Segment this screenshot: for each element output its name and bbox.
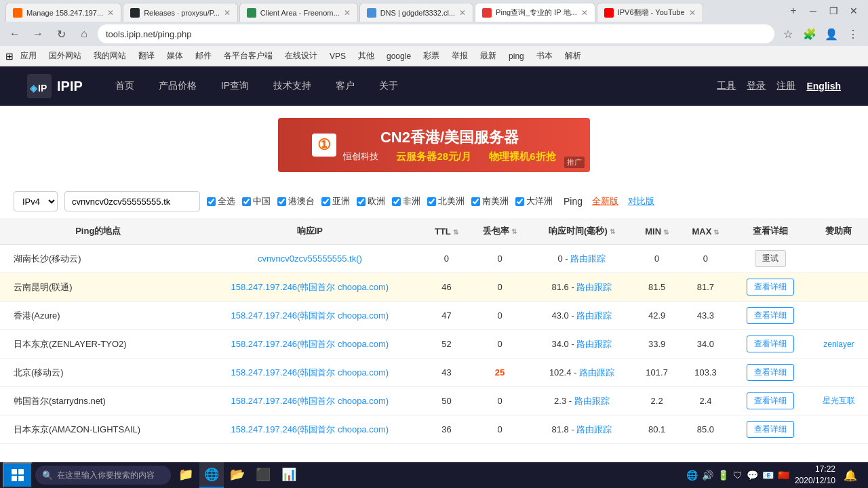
sponsor-link-5[interactable]: 星光互联 xyxy=(823,396,855,405)
nav-right-link-0[interactable]: 工具 xyxy=(717,80,736,92)
bookmark-star-icon[interactable]: ☆ xyxy=(778,24,797,43)
tab-close-4[interactable]: ✕ xyxy=(459,8,466,18)
checkbox-input-0[interactable] xyxy=(207,197,216,206)
checkbox-0[interactable]: 全选 xyxy=(207,195,235,207)
nav-english-link[interactable]: English xyxy=(806,81,841,92)
ip-link-2[interactable]: 158.247.197.246(韩国首尔 choopa.com) xyxy=(231,310,389,321)
address-input[interactable] xyxy=(98,24,774,43)
refresh-button[interactable]: ↻ xyxy=(52,24,71,43)
nav-right-link-2[interactable]: 注册 xyxy=(776,80,795,92)
bookmark-item-6[interactable]: 各平台客户端 xyxy=(218,49,278,63)
site-logo[interactable]: ◈ IP IPIP xyxy=(27,74,83,98)
taskbar-clock[interactable]: 17:22 2020/12/10 xyxy=(795,464,835,487)
table-header-4[interactable]: 响应时间(毫秒)⇅ xyxy=(530,218,633,245)
back-button[interactable]: ← xyxy=(5,24,24,43)
ping-button[interactable]: Ping xyxy=(564,196,583,207)
tab-close-6[interactable]: ✕ xyxy=(689,8,696,18)
browser-tab-4[interactable]: DNS | gdgdef3332.cl... ✕ xyxy=(359,3,473,22)
new-tab-button[interactable]: + xyxy=(785,3,802,19)
ip-link-5[interactable]: 158.247.197.246(韩国首尔 choopa.com) xyxy=(231,396,389,406)
checkbox-5[interactable]: 非洲 xyxy=(392,195,420,207)
bookmark-item-5[interactable]: 邮件 xyxy=(190,49,217,63)
checkbox-8[interactable]: 大洋洲 xyxy=(515,195,553,207)
checkbox-input-7[interactable] xyxy=(471,197,480,206)
start-button[interactable] xyxy=(3,462,33,488)
bookmark-item-9[interactable]: 其他 xyxy=(353,49,380,63)
extensions-icon[interactable]: 🧩 xyxy=(800,24,819,43)
checkbox-input-6[interactable] xyxy=(427,197,436,206)
taskbar-app-sheets[interactable]: 📊 xyxy=(277,462,301,488)
taskbar-app-files[interactable]: 📁 xyxy=(174,462,198,488)
taskbar-app-chrome[interactable]: 🌐 xyxy=(199,462,224,488)
chat-icon[interactable]: 💬 xyxy=(747,470,758,481)
route-link-5[interactable]: 路由跟踪 xyxy=(574,396,610,406)
taskbar-app-terminal[interactable]: ⬛ xyxy=(251,462,275,488)
route-link-3[interactable]: 路由跟踪 xyxy=(576,339,612,349)
taskbar-app-explorer[interactable]: 📂 xyxy=(225,462,250,488)
checkbox-3[interactable]: 亚洲 xyxy=(321,195,350,207)
notification-button[interactable]: 🔔 xyxy=(841,466,860,485)
battery-icon[interactable]: 🔋 xyxy=(717,470,729,481)
table-header-6[interactable]: MAX⇅ xyxy=(680,218,731,245)
checkbox-2[interactable]: 港澳台 xyxy=(277,195,315,207)
detail-button-3[interactable]: 查看详细 xyxy=(747,336,794,352)
checkbox-input-5[interactable] xyxy=(392,197,401,206)
tab-close-2[interactable]: ✕ xyxy=(224,8,231,18)
checkbox-input-1[interactable] xyxy=(242,197,251,206)
detail-button-6[interactable]: 查看详细 xyxy=(747,421,794,438)
restore-button[interactable]: ❐ xyxy=(825,4,842,18)
detail-button-5[interactable]: 查看详细 xyxy=(747,392,794,409)
checkbox-1[interactable]: 中国 xyxy=(242,195,271,207)
home-button[interactable]: ⌂ xyxy=(75,24,94,43)
detail-button-1[interactable]: 查看详细 xyxy=(747,279,794,296)
bookmark-item-16[interactable]: 解析 xyxy=(559,49,587,63)
ip-version-select[interactable]: IPv4IPv6 xyxy=(14,191,58,211)
banner[interactable]: ① CN2香港/美国服务器 恒创科技 云服务器28元/月 物理裸机6折抢 推广 xyxy=(278,118,590,172)
settings-icon[interactable]: ⋮ xyxy=(844,24,863,43)
nav-link-4[interactable]: 客户 xyxy=(323,66,367,106)
taskbar-search[interactable]: 🔍 在这里输入你要搜索的内容 xyxy=(35,466,171,485)
detail-button-4[interactable]: 查看详细 xyxy=(747,364,794,381)
nav-link-2[interactable]: IP查询 xyxy=(209,66,261,106)
sponsor-link-3[interactable]: zenlayer xyxy=(823,340,854,349)
ip-link-0[interactable]: cvnvncv0zcv55555555.tk() xyxy=(258,253,362,264)
checkbox-input-4[interactable] xyxy=(357,197,366,206)
route-link-4[interactable]: 路由跟踪 xyxy=(579,367,614,378)
bookmark-item-0[interactable]: 应用 xyxy=(15,49,42,63)
bookmark-item-13[interactable]: 最新 xyxy=(475,49,502,63)
checkbox-input-8[interactable] xyxy=(515,197,524,206)
nav-link-0[interactable]: 首页 xyxy=(103,66,146,106)
detail-button-2[interactable]: 查看详细 xyxy=(747,307,794,324)
bookmark-item-1[interactable]: 国外网站 xyxy=(43,49,87,63)
table-header-2[interactable]: TTL⇅ xyxy=(423,218,469,245)
table-header-5[interactable]: MIN⇅ xyxy=(633,218,679,245)
network-icon[interactable]: 🌐 xyxy=(686,470,698,481)
bookmark-item-8[interactable]: VPS xyxy=(324,50,351,62)
bookmark-item-11[interactable]: 彩票 xyxy=(418,49,445,63)
profile-icon[interactable]: 👤 xyxy=(822,24,841,43)
bookmark-item-10[interactable]: google xyxy=(381,50,416,62)
tab-close-1[interactable]: ✕ xyxy=(107,8,114,18)
ip-link-1[interactable]: 158.247.197.246(韩国首尔 choopa.com) xyxy=(231,282,389,292)
table-header-3[interactable]: 丢包率⇅ xyxy=(470,218,530,245)
nav-right-link-1[interactable]: 登录 xyxy=(747,80,766,92)
bookmark-item-15[interactable]: 书本 xyxy=(531,49,558,63)
ip-link-6[interactable]: 158.247.197.246(韩国首尔 choopa.com) xyxy=(231,424,389,434)
forward-button[interactable]: → xyxy=(28,24,47,43)
browser-tab-3[interactable]: Client Area - Freenom... ✕ xyxy=(239,3,358,22)
ip-link-4[interactable]: 158.247.197.246(韩国首尔 choopa.com) xyxy=(231,367,389,378)
new-version-link[interactable]: 全新版 xyxy=(592,195,618,207)
bookmark-item-12[interactable]: 举报 xyxy=(446,49,473,63)
compare-version-link[interactable]: 对比版 xyxy=(628,195,654,207)
nav-link-1[interactable]: 产品价格 xyxy=(146,66,209,106)
route-link-0[interactable]: 路由跟踪 xyxy=(570,253,606,264)
route-link-6[interactable]: 路由跟踪 xyxy=(576,424,612,434)
checkbox-4[interactable]: 欧洲 xyxy=(357,195,385,207)
checkbox-input-3[interactable] xyxy=(321,197,330,206)
im-icon[interactable]: 📧 xyxy=(762,470,774,481)
bookmark-item-7[interactable]: 在线设计 xyxy=(279,49,323,63)
tab-close-3[interactable]: ✕ xyxy=(344,8,351,18)
route-link-2[interactable]: 路由跟踪 xyxy=(576,310,612,321)
minimize-button[interactable]: ─ xyxy=(804,4,822,18)
bookmark-item-2[interactable]: 我的网站 xyxy=(88,49,132,63)
